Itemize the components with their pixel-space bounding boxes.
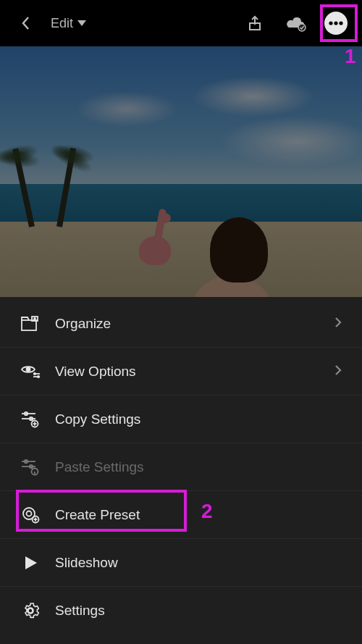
menu-item-create-preset[interactable]: Create Preset [0, 491, 362, 539]
chevron-left-icon [20, 14, 32, 32]
mode-title: Edit [51, 16, 73, 31]
svg-point-14 [38, 375, 39, 377]
menu-item-label: Copy Settings [55, 411, 140, 427]
cloud-check-icon [285, 14, 306, 32]
menu-item-paste-settings: Paste Settings [0, 443, 362, 491]
eye-settings-icon [20, 361, 41, 382]
play-icon [20, 553, 41, 573]
mode-dropdown[interactable]: Edit [51, 16, 86, 31]
svg-point-5 [334, 21, 337, 25]
menu-item-view-options[interactable]: View Options [0, 348, 362, 396]
svg-marker-0 [77, 20, 86, 26]
annotation-label-2: 2 [201, 500, 213, 523]
svg-point-9 [34, 318, 35, 319]
annotation-label-1: 1 [345, 45, 356, 68]
menu-item-label: View Options [55, 364, 136, 380]
svg-point-35 [28, 609, 33, 613]
menu-item-label: Slideshow [55, 555, 118, 571]
svg-point-2 [298, 24, 306, 31]
chevron-right-icon [334, 364, 342, 380]
organize-icon [20, 314, 41, 334]
share-icon [246, 14, 264, 32]
top-bar: Edit [0, 0, 362, 46]
menu-item-label: Settings [55, 603, 105, 619]
back-button[interactable] [10, 7, 42, 39]
svg-point-30 [27, 511, 32, 516]
svg-rect-7 [22, 320, 36, 330]
menu-item-label: Create Preset [55, 507, 140, 523]
svg-marker-34 [25, 556, 37, 569]
preset-plus-icon [20, 505, 41, 525]
photo-preview [0, 46, 362, 297]
options-menu: Organize View Options Copy Settings Past… [0, 297, 362, 644]
sliders-info-icon [20, 457, 41, 477]
menu-item-label: Paste Settings [55, 459, 144, 475]
svg-point-4 [329, 21, 332, 25]
menu-item-copy-settings[interactable]: Copy Settings [0, 396, 362, 443]
more-options-button[interactable] [320, 7, 352, 39]
svg-point-10 [27, 367, 30, 371]
sliders-plus-icon [20, 409, 41, 430]
chevron-right-icon [334, 316, 342, 332]
menu-item-organize[interactable]: Organize [0, 300, 362, 348]
menu-item-slideshow[interactable]: Slideshow [0, 539, 362, 587]
caret-down-icon [77, 20, 86, 26]
cloud-sync-button[interactable] [279, 7, 311, 39]
svg-point-6 [339, 21, 342, 25]
menu-item-label: Organize [55, 316, 111, 332]
menu-item-settings[interactable]: Settings [0, 587, 362, 635]
more-horizontal-icon [324, 11, 348, 35]
gear-icon [20, 601, 41, 621]
svg-point-13 [34, 372, 35, 374]
share-button[interactable] [239, 7, 271, 39]
photo-dim-overlay [0, 46, 362, 297]
